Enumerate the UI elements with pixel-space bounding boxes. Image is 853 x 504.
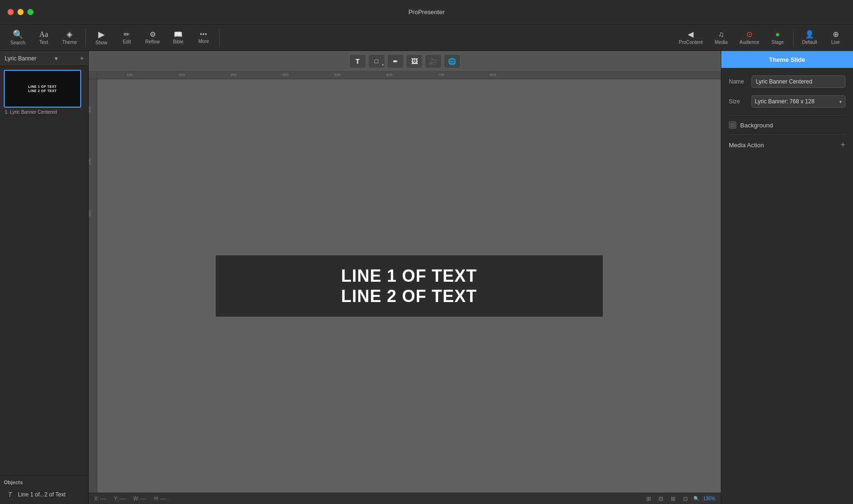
- toolbar-search[interactable]: 🔍 Search: [6, 28, 30, 47]
- ruler-mark-300: 300: [230, 73, 236, 77]
- media-action-add-btn[interactable]: +: [840, 141, 845, 149]
- status-right: ⊞ ⊟ ⊞ ⊡ 🔍 136%: [644, 495, 715, 503]
- right-panel-title: Theme Slide: [769, 56, 805, 63]
- size-select[interactable]: Lyric Banner: 768 x 128: [752, 95, 845, 108]
- toolbar-sep-2: [219, 29, 220, 46]
- media-action-label: Media Action: [729, 142, 840, 149]
- status-x: X: ----: [94, 496, 107, 501]
- background-label: Background: [740, 122, 845, 129]
- audience-icon: ⊙: [746, 31, 752, 38]
- slide-label: 1. Lyric Banner Centered: [4, 109, 84, 115]
- v-ruler-300: 300: [89, 210, 92, 217]
- procontent-icon: ◀: [688, 31, 693, 38]
- status-h: H: ----: [154, 496, 167, 501]
- toolbar-edit[interactable]: ✏ Edit: [115, 29, 139, 46]
- main-toolbar: 🔍 Search Aa Text ◈ Theme ▶ Show ✏ Edit ⚙…: [0, 25, 853, 51]
- vertical-ruler: 100 200 300: [89, 79, 97, 493]
- name-row: Name: [729, 76, 845, 88]
- text-tool-icon: T: [355, 58, 360, 65]
- text-tool-btn[interactable]: T: [349, 54, 366, 68]
- pen-tool-btn[interactable]: ✒: [387, 54, 404, 68]
- background-toggle[interactable]: ▢: [729, 121, 736, 129]
- text-object-icon: T: [6, 491, 14, 498]
- grid2-icon[interactable]: ⊞: [669, 495, 677, 503]
- maximize-button[interactable]: [27, 9, 34, 15]
- zoom-value[interactable]: 136%: [703, 496, 715, 501]
- app-title: ProPresenter: [408, 8, 445, 16]
- status-y: Y: ----: [114, 496, 126, 501]
- toolbar-audience[interactable]: ⊙ Audience: [735, 29, 764, 47]
- grid-icon[interactable]: ⊞: [644, 495, 653, 503]
- zoom-percent: 🔍: [693, 496, 699, 501]
- video-tool-icon: 🎥: [429, 58, 437, 65]
- close-button[interactable]: [8, 9, 14, 15]
- minimize-button[interactable]: [17, 9, 24, 15]
- left-panel: Lyric Banner ▾ + LINE 1 OF TEXT LINE 2 O…: [0, 51, 89, 504]
- more-icon: •••: [200, 32, 208, 37]
- name-input[interactable]: [752, 76, 845, 88]
- main-layout: Lyric Banner ▾ + LINE 1 OF TEXT LINE 2 O…: [0, 51, 853, 504]
- objects-panel: Objects T Line 1 of...2 of Text: [0, 475, 88, 504]
- layout-icon[interactable]: ⊟: [657, 495, 665, 503]
- size-select-wrapper: Lyric Banner: 768 x 128: [752, 95, 845, 108]
- ruler-mark-400: 400: [282, 73, 288, 77]
- name-label: Name: [729, 78, 748, 85]
- ruler-mark-200: 200: [178, 73, 185, 77]
- toolbar-stage[interactable]: ● Stage: [766, 29, 789, 47]
- slide-list: LINE 1 OF TEXT LINE 2 OF TEXT 1. Lyric B…: [0, 66, 88, 475]
- toolbar-default[interactable]: 👤 Default: [797, 29, 822, 47]
- slide-item[interactable]: LINE 1 OF TEXT LINE 2 OF TEXT 1. Lyric B…: [4, 70, 84, 115]
- ruler-mark-100: 100: [127, 73, 133, 77]
- pen-tool-icon: ✒: [393, 58, 398, 65]
- toolbar-show[interactable]: ▶ Show: [90, 28, 113, 47]
- object-label: Line 1 of...2 of Text: [18, 491, 66, 498]
- canvas-text-line1: LINE 1 OF TEXT: [341, 266, 477, 286]
- ruler-mark-700: 700: [438, 73, 444, 77]
- toolbar-media[interactable]: ♫ Media: [709, 29, 733, 47]
- toolbar-text[interactable]: Aa Text: [32, 29, 56, 47]
- toolbar-procontent[interactable]: ◀ ProContent: [674, 29, 708, 47]
- toolbar-reflow[interactable]: ⚙ Reflow: [141, 29, 165, 46]
- object-item[interactable]: T Line 1 of...2 of Text: [4, 489, 84, 500]
- web-tool-btn[interactable]: 🌐: [444, 54, 461, 68]
- canvas-viewport[interactable]: LINE 1 OF TEXT LINE 2 OF TEXT: [97, 79, 721, 493]
- toolbar-live[interactable]: ⊕ Live: [824, 29, 847, 47]
- right-panel-header: Theme Slide: [721, 51, 853, 68]
- media-icon: ♫: [718, 31, 724, 38]
- shape-tool-btn[interactable]: □ ▾: [368, 54, 385, 68]
- horizontal-ruler: 100 200 300 400 500 600 700 800: [97, 72, 721, 79]
- canvas-toolbar: T □ ▾ ✒ 🖼 🎥 🌐: [89, 51, 721, 72]
- panel-dropdown-icon[interactable]: ▾: [55, 55, 58, 62]
- slide-thumb-line1: LINE 1 OF TEXT: [28, 85, 57, 88]
- web-tool-icon: 🌐: [448, 58, 456, 65]
- image-tool-btn[interactable]: 🖼: [406, 54, 423, 68]
- panel-add-icon[interactable]: +: [80, 55, 84, 62]
- video-tool-btn[interactable]: 🎥: [425, 54, 442, 68]
- slide-thumb-content: LINE 1 OF TEXT LINE 2 OF TEXT: [28, 85, 57, 92]
- panel-header: Lyric Banner ▾ +: [0, 51, 88, 66]
- slide-canvas: LINE 1 OF TEXT LINE 2 OF TEXT: [216, 255, 603, 317]
- toolbar-more[interactable]: ••• More: [192, 30, 215, 46]
- edit-icon: ✏: [124, 31, 130, 38]
- right-panel-content: Name Size Lyric Banner: 768 x 128 ▢ Back…: [721, 68, 853, 504]
- toolbar-theme[interactable]: ◈ Theme: [58, 29, 82, 47]
- toolbar-sep-1: [85, 29, 86, 46]
- size-row: Size Lyric Banner: 768 x 128: [729, 95, 845, 108]
- stage-icon: ●: [775, 31, 780, 38]
- right-panel: Theme Slide Name Size Lyric Banner: 768 …: [721, 51, 853, 504]
- media-action-section: Media Action +: [729, 134, 845, 155]
- ruler-mark-800: 800: [490, 73, 496, 77]
- slide-thumb-line2: LINE 2 OF TEXT: [28, 89, 57, 92]
- snap-icon[interactable]: ⊡: [681, 495, 690, 503]
- theme-icon: ◈: [67, 31, 72, 38]
- text-icon: Aa: [39, 31, 48, 38]
- objects-header: Objects: [4, 479, 84, 485]
- status-bar: X: ---- Y: ---- W: ---- H: ---- ⊞ ⊟ ⊞ ⊡ …: [89, 493, 721, 504]
- v-ruler-200: 200: [89, 159, 92, 165]
- size-label: Size: [729, 98, 748, 105]
- toolbar-bible[interactable]: 📖 Bible: [166, 29, 190, 46]
- image-tool-icon: 🖼: [411, 58, 418, 65]
- slide-thumbnail: LINE 1 OF TEXT LINE 2 OF TEXT: [4, 70, 81, 108]
- ruler-mark-600: 600: [386, 73, 392, 77]
- reflow-icon: ⚙: [150, 31, 156, 38]
